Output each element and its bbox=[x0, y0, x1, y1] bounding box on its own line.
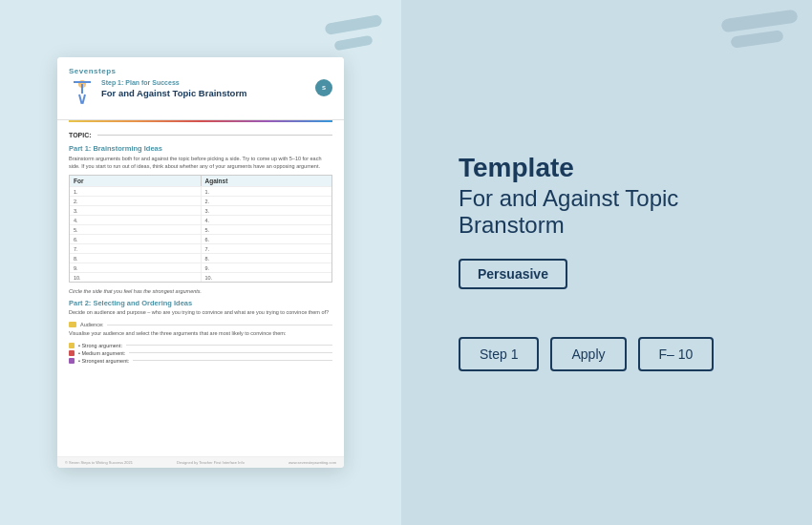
table-header: For Against bbox=[70, 176, 331, 186]
audience-label: Audience: bbox=[80, 322, 103, 327]
topic-row: TOPIC: bbox=[69, 132, 332, 138]
strong-dot bbox=[69, 343, 75, 348]
doc-title: For and Against Topic Brainstorm bbox=[101, 88, 310, 98]
circle-note: Circle the side that you feel has the st… bbox=[69, 288, 332, 294]
audience-line bbox=[107, 325, 332, 326]
right-panel: Template For and Against TopicBranstorm … bbox=[401, 0, 812, 525]
table-row: 8.8. bbox=[70, 253, 331, 262]
footer-right: www.sevenstepswriting.com bbox=[288, 460, 336, 465]
doc-figure bbox=[69, 79, 96, 114]
deco-rect-2 bbox=[730, 30, 783, 49]
header-for: For bbox=[70, 176, 202, 186]
strongest-dot bbox=[69, 358, 75, 364]
for-against-table: For Against 1.1. 2.2. 3.3. 4.4. 5.5. 6.6… bbox=[69, 175, 332, 283]
doc-step: Step 1: Plan for Success bbox=[101, 79, 310, 86]
doc-logo: S bbox=[315, 79, 332, 96]
doc-title-block: Step 1: Plan for Success For and Against… bbox=[101, 79, 310, 98]
persuasive-tag[interactable]: Persuasive bbox=[459, 259, 567, 289]
document-preview: Sevensteps Step 1: Plan for Success bbox=[57, 57, 344, 468]
strongest-label: • Strongest argument: bbox=[78, 358, 129, 364]
topic-label: TOPIC: bbox=[69, 132, 92, 138]
argument-strong: • Strong argument: bbox=[69, 343, 332, 348]
table-row: 10.10. bbox=[70, 272, 331, 282]
audience-dot bbox=[69, 322, 76, 327]
table-row: 7.7. bbox=[70, 243, 331, 253]
part1-title: Part 1: Brainstorming Ideas bbox=[69, 144, 332, 153]
table-row: 6.6. bbox=[70, 234, 331, 243]
table-row: 5.5. bbox=[70, 224, 331, 234]
visualise-text: Visualise your audience and select the t… bbox=[69, 330, 332, 338]
table-row: 4.4. bbox=[70, 215, 331, 224]
argument-medium: • Medium argument: bbox=[69, 350, 332, 356]
doc-header: Sevensteps Step 1: Plan for Success bbox=[57, 57, 344, 120]
topic-line bbox=[97, 135, 332, 136]
strong-label: • Strong argument: bbox=[78, 343, 122, 348]
meta-tags: Step 1 Apply F– 10 bbox=[459, 337, 714, 371]
deco-rect-1 bbox=[720, 10, 798, 33]
table-row: 2.2. bbox=[70, 196, 331, 205]
part1-desc: Brainstorm arguments both for and agains… bbox=[69, 156, 332, 170]
strong-line bbox=[126, 345, 332, 346]
header-against: Against bbox=[202, 176, 332, 186]
apply-tag[interactable]: Apply bbox=[550, 337, 626, 371]
strongest-line bbox=[133, 360, 332, 361]
argument-strongest: • Strongest argument: bbox=[69, 358, 332, 364]
medium-dot bbox=[69, 350, 75, 356]
template-label: Template bbox=[459, 154, 574, 183]
table-row: 9.9. bbox=[70, 262, 331, 272]
left-panel: Sevensteps Step 1: Plan for Success bbox=[0, 0, 401, 525]
footer-center: Designed by Teacher First Interface Info bbox=[177, 460, 245, 465]
doc-divider bbox=[69, 120, 332, 122]
medium-line bbox=[129, 352, 332, 353]
doc-footer: © Seven Steps to Writing Success 2021 De… bbox=[57, 456, 344, 468]
template-subtitle: For and Against TopicBranstorm bbox=[459, 185, 678, 241]
footer-left: © Seven Steps to Writing Success 2021 bbox=[65, 460, 133, 465]
deco-shapes bbox=[712, 14, 798, 45]
part2-title: Part 2: Selecting and Ordering Ideas bbox=[69, 299, 332, 307]
table-row: 3.3. bbox=[70, 205, 331, 215]
medium-label: • Medium argument: bbox=[78, 350, 125, 356]
audience-row: Audience: bbox=[69, 322, 332, 327]
table-row: 1.1. bbox=[70, 186, 331, 196]
grade-tag[interactable]: F– 10 bbox=[638, 337, 715, 371]
audience-desc: Decide on audience and purpose – who are… bbox=[69, 309, 332, 317]
step-tag[interactable]: Step 1 bbox=[459, 337, 539, 371]
doc-body: TOPIC: Part 1: Brainstorming Ideas Brain… bbox=[57, 128, 344, 369]
doc-brand: Sevensteps bbox=[69, 67, 332, 75]
